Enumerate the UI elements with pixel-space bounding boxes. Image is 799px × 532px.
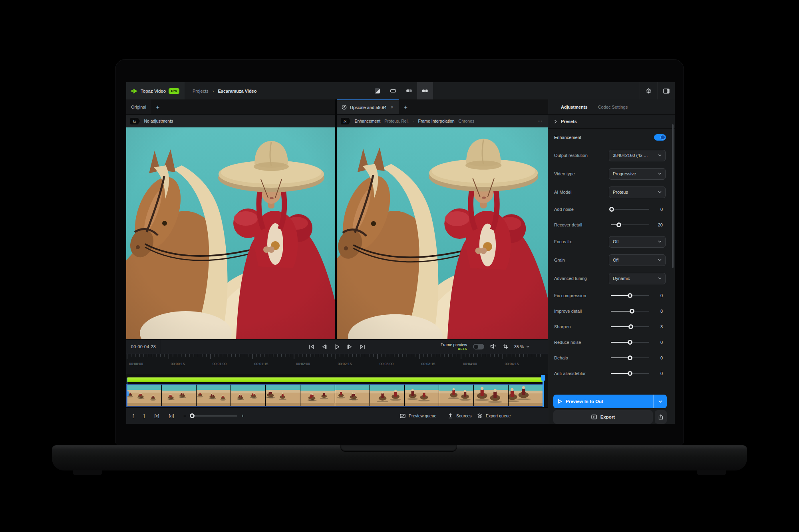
frame-preview-toggle[interactable] — [473, 344, 484, 349]
grain-dropdown[interactable]: Off — [609, 254, 666, 266]
add-tab-button-left[interactable]: + — [151, 99, 165, 114]
export-button[interactable]: Export — [553, 410, 653, 424]
focus-fix-dropdown[interactable]: Off — [609, 236, 666, 248]
zoom-level-dropdown[interactable]: 35 % — [514, 344, 530, 349]
enhancement-toggle[interactable] — [654, 134, 666, 141]
skip-start-icon — [308, 344, 314, 349]
share-button[interactable] — [655, 410, 667, 424]
chevron-down-icon — [658, 154, 662, 157]
recover-detail-label: Recover detail — [554, 222, 582, 227]
upscale-video-preview[interactable] — [337, 127, 548, 339]
dehalo-slider[interactable]: 0 — [609, 355, 666, 360]
mark-in-button[interactable]: [ — [133, 413, 134, 418]
chevron-down-icon — [526, 345, 530, 348]
filmstrip[interactable] — [126, 384, 544, 407]
filter-more-icon[interactable]: ⋯ — [537, 118, 543, 124]
sidebar-tabs: Adjustments Codec Settings — [548, 99, 675, 115]
panel-toggle-button[interactable] — [657, 82, 675, 99]
clear-in-out-button[interactable]: [x] — [154, 413, 159, 418]
filter-frame-interpolation[interactable]: Frame Interpolation — [418, 119, 455, 123]
filmstrip-frame — [231, 385, 266, 406]
timeline-zoom-in-button[interactable]: + — [241, 413, 244, 418]
laptop-foot-left — [73, 470, 102, 475]
advanced-tuning-label: Advanced tuning — [554, 276, 587, 281]
view-mode-side-by-side[interactable] — [417, 82, 433, 99]
in-point-marker[interactable] — [127, 378, 127, 407]
preview-queue-button[interactable]: Preview queue — [400, 413, 436, 419]
tab-upscale[interactable]: Upscale and 59.94 × — [337, 99, 399, 114]
gear-icon — [646, 88, 652, 94]
auto-in-out-button[interactable]: [a] — [169, 413, 174, 418]
tab-codec-settings[interactable]: Codec Settings — [598, 105, 628, 109]
control-row-sharpen: Sharpen3 — [548, 319, 675, 334]
filmstrip-frame-image — [370, 385, 404, 406]
audio-button[interactable] — [490, 343, 497, 350]
filmstrip-frame — [439, 385, 474, 406]
video-type-label: Video type — [554, 171, 575, 176]
mark-out-button[interactable]: ] — [143, 413, 145, 418]
breadcrumb-current: Escaramuza Video — [218, 89, 256, 93]
preview-queue-label: Preview queue — [409, 413, 436, 418]
sidebar-scrollbar[interactable] — [672, 124, 674, 268]
filmstrip-frame — [127, 385, 162, 406]
breadcrumb-projects[interactable]: Projects — [193, 89, 209, 93]
presets-section[interactable]: Presets — [548, 115, 675, 129]
control-row-anti-alias-deblur: Anti-alias/deblur0 — [548, 365, 675, 381]
improve-detail-slider[interactable]: 8 — [609, 309, 666, 314]
fix-compression-slider[interactable]: 0 — [609, 293, 666, 298]
filter-separator: · — [413, 119, 414, 123]
original-filter-label: No adjustments — [144, 119, 173, 123]
skip-end-button[interactable] — [358, 342, 367, 351]
add-noise-value: 0 — [651, 207, 663, 212]
preview-queue-icon — [400, 413, 405, 419]
timeline-zoom-slider[interactable] — [190, 415, 237, 417]
breadcrumb: Projects › Escaramuza Video — [185, 82, 256, 99]
settings-button[interactable] — [640, 82, 657, 99]
filter-enhancement[interactable]: Enhancement — [354, 119, 380, 123]
laptop-lid-notch — [340, 445, 457, 452]
filmstrip-frame-image — [127, 385, 161, 406]
grain-label: Grain — [554, 258, 565, 262]
reduce-noise-slider[interactable]: 0 — [609, 340, 666, 345]
filmstrip-frame-image — [405, 385, 439, 406]
sources-button[interactable]: Sources — [448, 413, 472, 419]
view-mode-split[interactable] — [401, 82, 417, 99]
add-tab-button-right[interactable]: + — [399, 99, 413, 114]
advanced-tuning-dropdown[interactable]: Dynamic — [609, 273, 666, 284]
skip-start-button[interactable] — [307, 342, 316, 351]
step-forward-button[interactable] — [345, 342, 354, 351]
recover-detail-slider[interactable]: 20 — [609, 222, 666, 227]
preview-panes: Original + fx No adjustments — [126, 99, 548, 339]
export-queue-button[interactable]: Export queue — [477, 413, 511, 419]
filmstrip-frame — [266, 385, 300, 406]
sidebar-controls: Output resolution3840×2160 (4x …Video ty… — [548, 146, 675, 389]
preview-options-button[interactable] — [653, 395, 667, 408]
view-mode-single[interactable] — [385, 82, 401, 99]
tab-adjustments[interactable]: Adjustments — [561, 105, 588, 109]
filmstrip-frame — [370, 385, 405, 406]
video-type-dropdown[interactable]: Progressive — [609, 168, 666, 180]
timeline-ruler[interactable]: 00:00:0000:00:1500:01:0000:01:1500:02:00… — [126, 354, 548, 374]
play-button[interactable] — [332, 342, 342, 351]
add-noise-slider[interactable]: 0 — [609, 207, 666, 212]
view-mode-comparison[interactable] — [369, 82, 385, 99]
preview-in-to-out-button[interactable]: Preview In to Out — [553, 395, 667, 408]
sharpen-slider[interactable]: 3 — [609, 324, 666, 329]
ai-model-dropdown[interactable]: Proteus — [609, 187, 666, 198]
step-back-button[interactable] — [320, 342, 329, 351]
original-video-preview[interactable] — [126, 127, 335, 339]
anti-alias-deblur-slider[interactable]: 0 — [609, 371, 666, 376]
timeline-zoom-out-button[interactable]: − — [183, 413, 186, 418]
timecode: 00:00:04;28 — [126, 339, 161, 354]
playhead[interactable] — [541, 375, 546, 407]
filmstrip-frame-image — [231, 385, 265, 406]
svg-text:00:00:00: 00:00:00 — [129, 362, 143, 366]
output-resolution-dropdown[interactable]: 3840×2160 (4x … — [609, 150, 666, 161]
tab-close-icon[interactable]: × — [390, 105, 394, 110]
split-view-icon — [406, 88, 412, 94]
control-row-focus-fix: Focus fixOff — [548, 232, 675, 251]
svg-text:00:02:00: 00:02:00 — [296, 362, 310, 366]
tab-original[interactable]: Original — [126, 99, 151, 114]
skip-end-icon — [360, 344, 366, 349]
crop-button[interactable] — [503, 343, 508, 350]
